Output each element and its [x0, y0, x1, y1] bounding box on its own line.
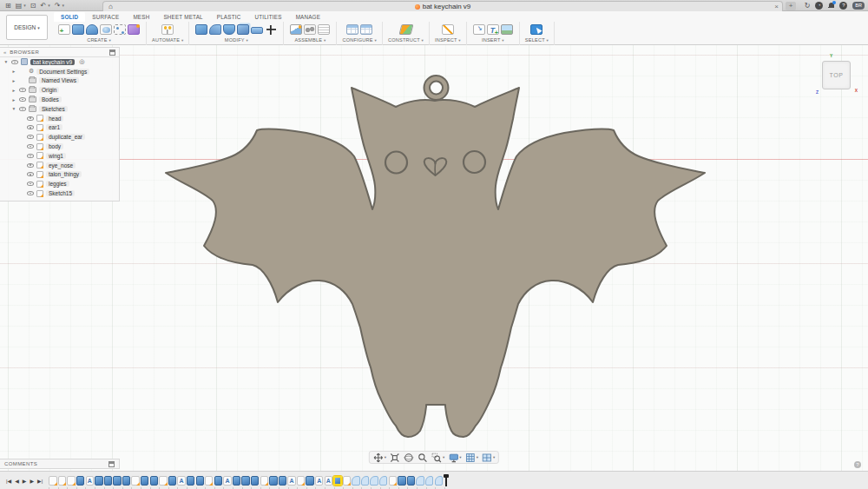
bat-body[interactable]	[166, 88, 705, 437]
browser-row-wing1[interactable]: wing1	[0, 151, 119, 161]
visibility-eye-icon[interactable]	[19, 88, 26, 92]
timeline-feature-text[interactable]: A	[315, 476, 323, 486]
tab-surface[interactable]: SURFACE	[85, 12, 126, 22]
timeline-playhead[interactable]	[445, 474, 447, 486]
visibility-eye-icon[interactable]	[19, 97, 26, 102]
timeline-feature-sketch[interactable]	[260, 476, 268, 486]
timeline-feature-extrude[interactable]	[251, 476, 259, 486]
zoom-window-button[interactable]: ▾	[431, 453, 444, 463]
browser-row-talon_thingy[interactable]: talon_thingy	[0, 170, 119, 180]
group-label-automate[interactable]: AUTOMATE ▾	[152, 37, 183, 43]
viewport-canvas[interactable]: « BROWSER ▾bat keychain v9◎▸⚙Document Se…	[0, 45, 868, 471]
document-tab[interactable]: ⌂ bat keychain v9 ×	[102, 1, 783, 11]
visibility-eye-icon[interactable]	[27, 182, 34, 186]
timeline-feature-extrude[interactable]	[279, 476, 286, 486]
bat-keychain-model[interactable]	[0, 45, 868, 471]
timeline-feature-fillet[interactable]	[435, 476, 443, 486]
visibility-eye-icon[interactable]	[27, 163, 34, 168]
new-component-icon[interactable]	[290, 24, 302, 35]
timeline-feature-extrude[interactable]	[196, 476, 204, 486]
orbit-button[interactable]	[404, 453, 414, 463]
revolve-icon[interactable]	[86, 24, 98, 35]
timeline-feature-fillet[interactable]	[361, 476, 369, 486]
group-label-create[interactable]: CREATE ▾	[87, 37, 111, 43]
form-icon[interactable]	[128, 24, 140, 35]
timeline-feature-extrude[interactable]	[168, 476, 176, 486]
visibility-eye-icon[interactable]	[27, 135, 34, 139]
timeline-feature-extrude[interactable]	[95, 476, 102, 486]
timeline-feature-text[interactable]: A	[223, 476, 231, 486]
move-icon[interactable]	[265, 24, 277, 35]
workspace-switcher[interactable]: DESIGN ▾	[6, 15, 48, 40]
tab-close-icon[interactable]: ×	[774, 3, 779, 10]
browser-row-head[interactable]: head	[0, 114, 119, 123]
data-panel-icon[interactable]: ⊞	[5, 2, 11, 10]
select-icon[interactable]	[530, 24, 542, 35]
pattern-points-icon[interactable]	[114, 24, 126, 35]
help-badge[interactable]: ?	[854, 461, 861, 468]
dock-panel-icon[interactable]	[108, 461, 115, 467]
collapse-panel-icon[interactable]: «	[3, 50, 6, 55]
visibility-eye-icon[interactable]	[27, 125, 34, 129]
expander-icon[interactable]: ▸	[11, 78, 16, 83]
timeline-feature-extrude[interactable]	[269, 476, 277, 486]
visibility-eye-icon[interactable]	[11, 60, 18, 64]
browser-row-ear1[interactable]: ear1	[0, 123, 119, 133]
pan-button[interactable]: ▾	[373, 453, 386, 463]
group-label-assemble[interactable]: ASSEMBLE ▾	[294, 37, 326, 43]
shell-icon[interactable]	[223, 24, 235, 35]
timeline-feature-fillet[interactable]	[416, 476, 424, 486]
group-label-configure[interactable]: CONFIGURE ▾	[342, 37, 377, 43]
combine-icon[interactable]	[237, 24, 249, 35]
automate-icon[interactable]	[161, 24, 174, 35]
look-at-button[interactable]	[418, 453, 428, 463]
viewports-button[interactable]: ▾	[482, 453, 495, 463]
browser-row-duplicate_ear[interactable]: duplicate_ear	[0, 132, 119, 142]
timeline-feature-sketch[interactable]	[58, 476, 66, 486]
expander-icon[interactable]: ▸	[11, 88, 16, 93]
dock-panel-icon[interactable]	[109, 50, 115, 56]
browser-row-sketches[interactable]: ▾Sketches	[0, 104, 119, 114]
group-label-construct[interactable]: CONSTRUCT ▾	[388, 37, 424, 43]
measure-icon[interactable]	[442, 24, 454, 35]
job-status-icon[interactable]: ◔	[815, 2, 823, 10]
insert-derive-icon[interactable]	[473, 24, 485, 35]
timeline-feature-extrude[interactable]	[141, 476, 148, 486]
visibility-eye-icon[interactable]	[27, 154, 34, 158]
timeline-feature-sketch[interactable]	[49, 476, 56, 486]
timeline-feature-extrude[interactable]	[113, 476, 121, 486]
tab-sheet-metal[interactable]: SHEET METAL	[156, 12, 209, 22]
config-table-icon[interactable]	[360, 24, 372, 35]
help-icon[interactable]: ?	[839, 2, 847, 10]
viewcube[interactable]: Y TOP Z X	[818, 56, 856, 94]
visibility-eye-icon[interactable]	[27, 144, 34, 149]
extrude-icon[interactable]	[72, 24, 84, 35]
step-forward-button[interactable]: ▶	[30, 478, 34, 484]
expander-icon[interactable]: ▾	[3, 59, 9, 64]
grid-snaps-button[interactable]: ▾	[465, 453, 478, 463]
go-to-start-button[interactable]: |◀	[6, 478, 11, 484]
browser-row-bat-keychain-v9[interactable]: ▾bat keychain v9◎	[0, 57, 119, 67]
play-button[interactable]: ▶	[23, 478, 27, 484]
viewcube-top-face[interactable]: TOP	[822, 61, 851, 89]
timeline-feature-extrude[interactable]	[407, 476, 415, 486]
timeline-feature-text[interactable]: A	[86, 476, 94, 486]
save-icon[interactable]: ⊡	[30, 2, 36, 10]
timeline-feature-fillet[interactable]	[370, 476, 378, 486]
timeline-feature-text[interactable]: A	[287, 476, 295, 486]
tab-plastic[interactable]: PLASTIC	[210, 12, 248, 22]
timeline-feature-sketch[interactable]	[297, 476, 305, 486]
visibility-eye-icon[interactable]	[27, 191, 34, 195]
file-icon[interactable]: ▤	[16, 2, 23, 10]
browser-row-body[interactable]: body	[0, 142, 119, 151]
tab-mesh[interactable]: MESH	[126, 12, 156, 22]
insert-text-icon[interactable]	[487, 24, 499, 35]
cylinder-icon[interactable]	[100, 24, 112, 35]
expander-icon[interactable]: ▸	[11, 97, 16, 102]
timeline-feature-extrude[interactable]	[398, 476, 405, 486]
timeline-feature-extrude[interactable]	[104, 476, 112, 486]
sync-status-icon[interactable]: ↻	[805, 2, 811, 10]
redo-icon[interactable]: ↷	[55, 2, 61, 10]
fit-button[interactable]	[390, 453, 400, 463]
browser-row-named-views[interactable]: ▸Named Views	[0, 76, 119, 86]
